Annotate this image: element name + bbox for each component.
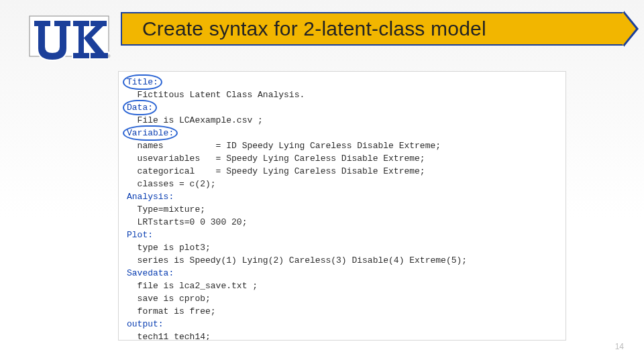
page-title: Create syntax for 2-latent-class model — [121, 17, 486, 40]
code-block: Title: Fictitous Latent Class Analysis. … — [118, 71, 566, 341]
mplus-syntax: Title: Fictitous Latent Class Analysis. … — [127, 76, 557, 341]
section-keyword: output: — [127, 319, 164, 329]
section-keyword: Data: — [127, 101, 153, 114]
page-number: 14 — [615, 342, 624, 351]
section-keyword: Savedata: — [127, 268, 174, 278]
svg-text:®: ® — [107, 54, 111, 58]
section-keyword: Analysis: — [127, 192, 174, 202]
uk-logo: ® — [25, 11, 113, 62]
section-keyword: Plot: — [127, 230, 153, 240]
title-band: Create syntax for 2-latent-class model — [121, 12, 624, 46]
section-keyword: Variable: — [127, 127, 174, 139]
section-keyword: Title: — [127, 76, 158, 88]
